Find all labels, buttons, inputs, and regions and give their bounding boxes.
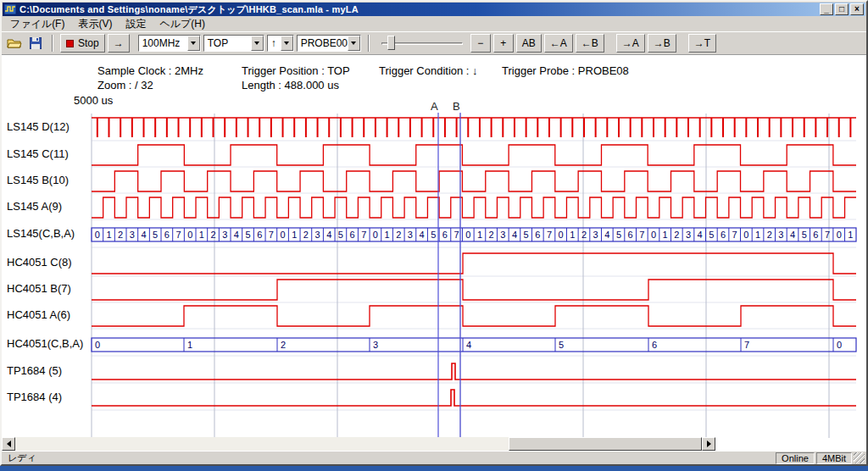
svg-text:7: 7 [732, 230, 737, 240]
stop-button[interactable]: Stop [60, 34, 105, 53]
svg-text:2: 2 [303, 230, 309, 240]
svg-text:7: 7 [547, 230, 552, 240]
goto-trigger-button[interactable]: →T [688, 34, 716, 53]
chevron-down-icon[interactable] [251, 36, 264, 51]
trigger-edge-select[interactable]: ↑ [267, 35, 294, 52]
svg-text:4: 4 [234, 230, 239, 240]
menu-file[interactable]: ファイル(F) [3, 16, 71, 32]
cursor-a[interactable]: A [431, 100, 438, 438]
svg-text:7: 7 [454, 230, 459, 240]
svg-text:7: 7 [175, 230, 181, 240]
svg-text:6: 6 [535, 230, 540, 240]
svg-text:0: 0 [465, 230, 470, 240]
svg-text:0: 0 [837, 340, 842, 350]
stop-icon [66, 40, 74, 47]
svg-text:2: 2 [489, 230, 494, 240]
chevron-down-icon[interactable] [348, 36, 360, 51]
save-button[interactable] [26, 34, 45, 53]
scrollbar-thumb[interactable] [509, 437, 702, 451]
goto-b-back-button[interactable]: ←B [576, 34, 604, 53]
svg-text:3: 3 [593, 230, 598, 240]
svg-text:4: 4 [326, 230, 331, 240]
maximize-button[interactable]: □ [835, 3, 849, 15]
svg-text:1: 1 [663, 230, 668, 240]
title-bar[interactable]: C:\Documents and Settings\noname\デスクトップ\… [3, 3, 865, 16]
scrollbar-track[interactable] [15, 437, 702, 451]
zoom-in-button[interactable]: + [493, 34, 514, 53]
svg-text:1: 1 [292, 230, 297, 240]
svg-text:2: 2 [396, 230, 401, 240]
svg-text:3: 3 [222, 230, 227, 240]
app-window: C:\Documents and Settings\noname\デスクトップ\… [0, 0, 868, 466]
app-icon [4, 3, 16, 15]
svg-text:0: 0 [187, 230, 192, 240]
close-button[interactable]: × [850, 3, 864, 15]
svg-text:4: 4 [604, 230, 609, 240]
channel-bus: 012345670 [92, 338, 856, 352]
svg-text:2: 2 [118, 230, 123, 240]
scroll-left-button[interactable] [2, 437, 15, 451]
svg-text:5: 5 [616, 230, 621, 240]
goto-b-forward-button[interactable]: →B [648, 34, 676, 53]
svg-text:3: 3 [686, 230, 691, 240]
goto-a-back-button[interactable]: ←A [544, 34, 573, 53]
open-file-button[interactable] [5, 34, 24, 53]
channel-wave [92, 197, 856, 218]
triangle-right-icon [707, 441, 711, 447]
svg-text:6: 6 [652, 340, 657, 350]
waveform-plot[interactable]: 0123456701234567012345670123456701234567… [2, 55, 866, 451]
chevron-down-icon[interactable] [187, 36, 200, 51]
svg-text:5: 5 [245, 230, 250, 240]
menu-help[interactable]: ヘルプ(H) [153, 16, 212, 32]
svg-text:A: A [431, 100, 438, 113]
trigger-edge-value: ↑ [268, 37, 281, 49]
sample-clock-select[interactable]: 100MHz [138, 35, 201, 52]
horizontal-scrollbar[interactable] [2, 437, 715, 451]
svg-text:3: 3 [778, 230, 783, 240]
toolbar-separator [368, 35, 370, 52]
svg-text:0: 0 [280, 230, 285, 240]
svg-text:1: 1 [848, 230, 853, 240]
zoom-slider[interactable] [380, 35, 465, 52]
svg-text:7: 7 [825, 230, 830, 240]
channel-wave [92, 118, 856, 137]
svg-text:2: 2 [767, 230, 772, 240]
svg-text:5: 5 [431, 230, 436, 240]
channel-wave [92, 171, 856, 191]
trigger-position-select[interactable]: TOP [203, 35, 264, 52]
goto-a-forward-button[interactable]: →A [616, 34, 645, 53]
channel-bus: 0123456701234567012345670123456701234567… [92, 228, 856, 241]
zoom-out-button[interactable]: − [470, 34, 491, 53]
window-title: C:\Documents and Settings\noname\デスクトップ\… [19, 3, 818, 16]
resize-grip[interactable] [854, 452, 865, 463]
zoom-slider-thumb[interactable] [387, 36, 395, 50]
channel-wave [92, 363, 856, 380]
menu-settings[interactable]: 設定 [119, 16, 153, 32]
chevron-down-icon[interactable] [281, 36, 293, 51]
svg-text:7: 7 [744, 340, 749, 350]
run-button[interactable]: → [108, 34, 130, 53]
svg-text:6: 6 [164, 230, 170, 240]
toolbar: Stop → 100MHz TOP ↑ PROBE00 − + AB ←A ←B [2, 31, 866, 55]
svg-text:0: 0 [743, 230, 748, 240]
scroll-right-button[interactable] [702, 437, 715, 451]
svg-text:2: 2 [210, 230, 215, 240]
ab-cursors-button[interactable]: AB [516, 34, 542, 53]
svg-text:4: 4 [790, 230, 795, 240]
cursor-b[interactable]: B [453, 100, 460, 438]
svg-text:3: 3 [500, 230, 505, 240]
trigger-probe-select[interactable]: PROBE00 [297, 35, 361, 52]
svg-text:5: 5 [153, 230, 158, 240]
toolbar-separator [52, 35, 53, 52]
svg-text:7: 7 [361, 230, 366, 240]
status-message: レディ [3, 452, 774, 464]
svg-text:5: 5 [524, 230, 529, 240]
status-online-badge: Online [776, 452, 815, 464]
menu-view[interactable]: 表示(V) [71, 16, 119, 32]
channel-wave [92, 306, 856, 326]
svg-text:3: 3 [315, 230, 320, 240]
waveform-client-area: Sample Clock : 2MHz Trigger Position : T… [2, 55, 866, 451]
svg-text:4: 4 [420, 230, 425, 240]
minimize-button[interactable]: _ [820, 3, 833, 15]
trigger-probe-value: PROBE00 [298, 37, 348, 49]
